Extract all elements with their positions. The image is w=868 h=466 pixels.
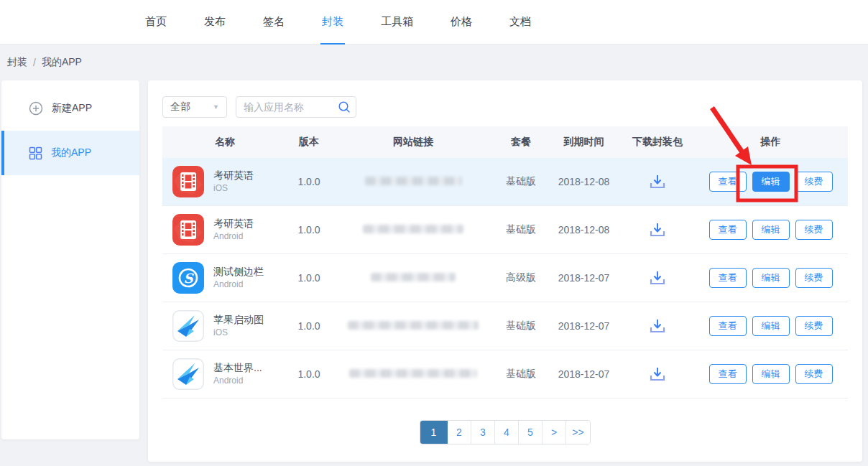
plan-cell: 基础版 [496,175,546,188]
view-button[interactable]: 查看 [709,268,747,288]
col-header-plan: 套餐 [496,136,546,149]
bird-app-icon: S [172,310,204,342]
sidebar-item-new-app[interactable]: 新建APP [1,86,139,131]
version-cell: 1.0.0 [287,368,331,380]
category-select[interactable]: 全部 ▼ [162,96,227,118]
search-icon[interactable] [338,101,351,116]
actions-cell: 查看 编辑 续费 [693,364,848,384]
download-cell [622,222,693,238]
actions-cell: 查看 编辑 续费 [693,220,848,240]
view-button[interactable]: 查看 [709,172,747,192]
app-name-cell: S 测试侧边栏 Android [162,262,287,294]
table-row: S 考研英语 iOS 1.0.0 基础版 2018-12-08 [162,158,848,206]
actions-cell: 查看 编辑 续费 [693,172,848,192]
edit-button[interactable]: 编辑 [752,316,790,336]
breadcrumb-section[interactable]: 封装 [7,56,27,69]
app-name-lines: 考研英语 Android [213,217,254,242]
table-row: S 测试侧边栏 Android 1.0.0 高级版 2018-12-07 [162,254,848,302]
redacted-link [348,321,479,330]
renew-button[interactable]: 续费 [795,172,833,192]
app-platform: Android [213,375,262,386]
svg-text:S: S [184,271,195,286]
chevron-down-icon: ▼ [213,103,219,111]
table-header: 名称 版本 网站链接 套餐 到期时间 下载封装包 操作 [162,126,848,158]
pagination: 1 2 3 4 5 > >> [162,420,848,444]
col-header-version: 版本 [287,136,331,149]
download-icon[interactable] [648,174,667,190]
app-name: 考研英语 [213,169,254,182]
edit-button[interactable]: 编辑 [752,220,790,240]
renew-button[interactable]: 续费 [795,316,833,336]
edit-button[interactable]: 编辑 [752,268,790,288]
edit-button[interactable]: 编辑 [752,172,790,192]
expiry-cell: 2018-12-07 [546,368,622,380]
download-icon[interactable] [648,222,667,238]
breadcrumb-separator: / [33,57,36,68]
link-cell [331,272,496,284]
app-name: 测试侧边栏 [213,265,264,279]
app-name: 苹果启动图 [213,313,264,327]
expiry-cell: 2018-12-08 [546,224,622,236]
page-button-3[interactable]: 3 [471,421,495,444]
view-button[interactable]: 查看 [709,364,747,384]
redacted-link [363,225,463,233]
plan-cell: 基础版 [496,368,546,381]
download-icon[interactable] [648,366,667,382]
expiry-cell: 2018-12-07 [546,320,622,332]
app-name-cell: S 基本世界... Android [162,358,287,390]
nav-item-toolbox[interactable]: 工具箱 [379,0,415,45]
table-row: S 苹果启动图 iOS 1.0.0 基础版 2018-12-07 [162,302,848,350]
nav-item-publish[interactable]: 发布 [203,0,227,45]
search-box [236,96,356,118]
app-name-lines: 基本世界... Android [213,361,262,386]
version-cell: 1.0.0 [287,176,331,187]
nav-item-package[interactable]: 封装 [320,0,345,45]
view-button[interactable]: 查看 [709,220,747,240]
col-header-expiry: 到期时间 [546,136,622,149]
edit-button[interactable]: 编辑 [752,364,790,384]
nav-item-price[interactable]: 价格 [449,0,474,45]
version-cell: 1.0.0 [287,272,331,284]
s-logo-app-icon: S [172,262,204,294]
page-button-1[interactable]: 1 [420,421,448,444]
expiry-cell: 2018-12-08 [546,176,622,187]
link-cell [331,224,496,236]
app-name-lines: 苹果启动图 iOS [213,313,264,338]
app-name-cell: S 考研英语 iOS [162,166,287,197]
renew-button[interactable]: 续费 [795,220,833,240]
col-header-link: 网站链接 [331,136,496,149]
app-name-cell: S 苹果启动图 iOS [162,310,287,342]
table-row: S 考研英语 Android 1.0.0 基础版 2018-12-08 [162,206,848,254]
version-cell: 1.0.0 [287,224,331,236]
app-platform: iOS [213,327,264,338]
pagination-group: 1 2 3 4 5 > >> [420,420,591,444]
app-platform: iOS [213,182,254,194]
nav-item-home[interactable]: 首页 [144,0,168,45]
page-button-2[interactable]: 2 [448,421,471,444]
app-platform: Android [213,279,264,290]
redacted-link [371,273,456,281]
actions-cell: 查看 编辑 续费 [693,268,848,288]
top-navigation: 首页 发布 签名 封装 工具箱 价格 文档 [0,0,868,45]
page-button-5[interactable]: 5 [519,421,542,444]
download-icon[interactable] [648,270,667,286]
next-page-button[interactable]: > [542,421,566,444]
redacted-link [365,177,462,185]
version-cell: 1.0.0 [287,320,331,332]
renew-button[interactable]: 续费 [795,268,833,288]
last-page-button[interactable]: >> [566,421,590,444]
sidebar-item-my-apps[interactable]: 我的APP [1,131,139,175]
nav-item-sign[interactable]: 签名 [262,0,286,45]
page-button-4[interactable]: 4 [495,421,519,444]
nav-item-docs[interactable]: 文档 [508,0,532,45]
plan-cell: 基础版 [496,320,546,332]
download-cell [622,174,693,190]
expiry-cell: 2018-12-07 [546,272,622,284]
download-icon[interactable] [648,318,667,334]
renew-button[interactable]: 续费 [795,364,833,384]
view-button[interactable]: 查看 [709,316,747,336]
app-name-lines: 测试侧边栏 Android [213,265,264,290]
plus-circle-icon [29,101,43,116]
plan-cell: 基础版 [496,223,546,236]
table-row: S 基本世界... Android 1.0.0 基础版 2018-12-07 [162,350,848,399]
